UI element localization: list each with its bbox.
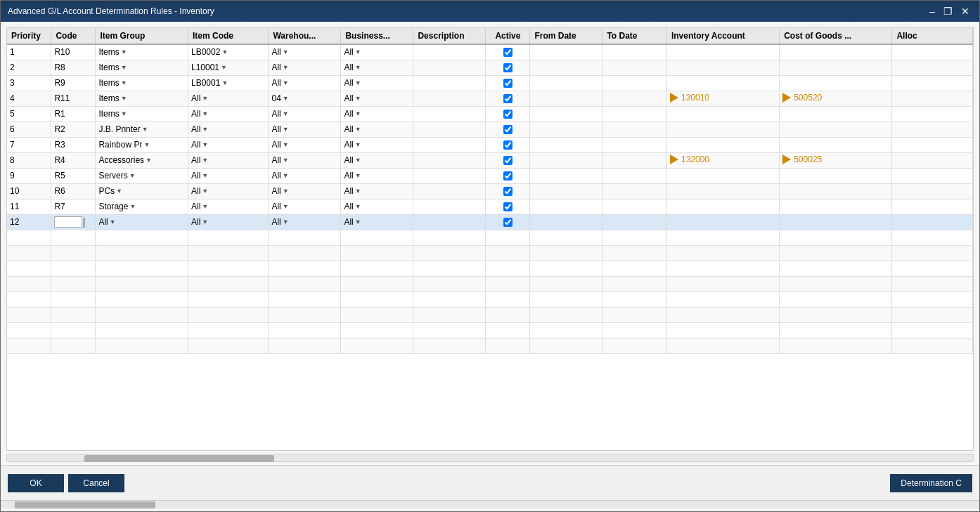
cell-alloc[interactable] (892, 183, 973, 199)
warehouse-dropdown-arrow[interactable]: ▼ (283, 110, 289, 117)
business-dropdown-arrow[interactable]: ▼ (355, 188, 361, 195)
cell-item-code[interactable]: All▼ (188, 137, 269, 152)
cell-inv-account[interactable]: 130010 (666, 91, 779, 106)
table-row[interactable]: 11R7Storage▼All▼All▼All▼ (7, 199, 973, 214)
table-row[interactable]: 9R5Servers▼All▼All▼All▼ (7, 168, 973, 183)
cell-active[interactable] (486, 183, 530, 199)
cell-cog[interactable] (780, 122, 892, 137)
table-row[interactable]: 2R8Items▼L10001▼All▼All▼ (7, 60, 973, 75)
cell-active[interactable] (486, 152, 530, 168)
warehouse-dropdown-arrow[interactable]: ▼ (283, 126, 289, 133)
cell-item-group[interactable]: Items▼ (96, 106, 188, 122)
cell-code[interactable] (51, 214, 96, 230)
cell-active[interactable] (486, 75, 530, 91)
cell-code[interactable]: R1 (51, 106, 96, 122)
item-group-dropdown-arrow[interactable]: ▼ (110, 218, 116, 225)
determination-button[interactable]: Determination C (890, 474, 972, 492)
cell-item-code[interactable]: All▼ (188, 199, 269, 214)
minimize-button[interactable]: – (927, 6, 938, 16)
cell-item-code[interactable]: All▼ (188, 183, 269, 199)
cell-item-code[interactable]: All▼ (188, 214, 269, 230)
table-row[interactable]: 10R6PCs▼All▼All▼All▼ (7, 183, 973, 199)
active-checkbox[interactable] (503, 140, 512, 150)
cell-alloc[interactable] (892, 44, 973, 60)
cell-business[interactable]: All▼ (341, 168, 413, 183)
cell-cog[interactable]: 500520 (780, 91, 892, 106)
cell-item-group[interactable]: Rainbow Pr▼ (96, 137, 188, 152)
item-group-dropdown-arrow[interactable]: ▼ (129, 203, 136, 210)
table-row[interactable]: 7R3Rainbow Pr▼All▼All▼All▼ (7, 137, 973, 152)
cell-from-date[interactable] (530, 106, 602, 122)
cell-from-date[interactable] (530, 214, 602, 230)
cell-from-date[interactable] (530, 199, 602, 214)
cell-item-code[interactable]: All▼ (188, 168, 269, 183)
horizontal-scrollbar[interactable] (6, 454, 974, 462)
cell-from-date[interactable] (530, 152, 602, 168)
cell-from-date[interactable] (530, 75, 602, 91)
business-dropdown-arrow[interactable]: ▼ (355, 157, 361, 164)
business-dropdown-arrow[interactable]: ▼ (355, 203, 361, 210)
cell-item-group[interactable]: All▼ (96, 214, 188, 230)
item-code-dropdown-arrow[interactable]: ▼ (202, 172, 208, 179)
cell-to-date[interactable] (602, 60, 667, 75)
scrollbar-thumb[interactable] (84, 455, 274, 462)
cell-alloc[interactable] (892, 137, 973, 152)
cell-code[interactable]: R9 (51, 75, 96, 91)
cell-active[interactable] (486, 214, 530, 230)
table-row[interactable]: 6R2J.B. Printer▼All▼All▼All▼ (7, 122, 973, 137)
cell-inv-account[interactable] (666, 60, 779, 75)
item-group-dropdown-arrow[interactable]: ▼ (121, 64, 127, 71)
cell-business[interactable]: All▼ (341, 137, 413, 152)
cell-active[interactable] (486, 137, 530, 152)
cell-active[interactable] (486, 106, 530, 122)
bottom-scrollbar[interactable] (1, 500, 979, 508)
cell-active[interactable] (486, 199, 530, 214)
cell-item-group[interactable]: Servers▼ (96, 168, 188, 183)
cell-item-group[interactable]: Items▼ (96, 91, 188, 106)
cell-to-date[interactable] (602, 122, 667, 137)
cell-active[interactable] (486, 91, 530, 106)
business-dropdown-arrow[interactable]: ▼ (355, 172, 361, 179)
item-group-dropdown-arrow[interactable]: ▼ (116, 188, 122, 195)
cell-from-date[interactable] (530, 91, 602, 106)
active-checkbox[interactable] (503, 48, 512, 57)
cell-code[interactable]: R8 (51, 60, 96, 75)
cell-inv-account[interactable] (666, 106, 779, 122)
table-row[interactable]: 5R1Items▼All▼All▼All▼ (7, 106, 973, 122)
cell-item-code[interactable]: LB0002▼ (188, 44, 269, 60)
cell-cog[interactable] (780, 168, 892, 183)
cell-item-code[interactable]: All▼ (188, 122, 269, 137)
cell-warehouse[interactable]: All▼ (269, 137, 341, 152)
cell-to-date[interactable] (602, 152, 667, 168)
cell-code[interactable]: R4 (51, 152, 96, 168)
cell-business[interactable]: All▼ (341, 183, 413, 199)
cell-item-group[interactable]: J.B. Printer▼ (96, 122, 188, 137)
restore-button[interactable]: ❐ (941, 6, 955, 16)
item-group-dropdown-arrow[interactable]: ▼ (142, 126, 148, 133)
cell-to-date[interactable] (602, 183, 667, 199)
cell-warehouse[interactable]: All▼ (269, 75, 341, 91)
active-checkbox[interactable] (503, 79, 512, 88)
cell-inv-account[interactable]: 132000 (666, 152, 779, 168)
cell-active[interactable] (486, 44, 530, 60)
cell-item-code[interactable]: L10001▼ (188, 60, 269, 75)
close-button[interactable]: ✕ (958, 6, 972, 16)
cell-business[interactable]: All▼ (341, 214, 413, 230)
bottom-scrollbar-thumb[interactable] (15, 501, 155, 508)
cell-item-group[interactable]: Items▼ (96, 75, 188, 91)
item-code-dropdown-arrow[interactable]: ▼ (221, 48, 228, 55)
cell-alloc[interactable] (892, 106, 973, 122)
cell-warehouse[interactable]: All▼ (269, 183, 341, 199)
cell-active[interactable] (486, 60, 530, 75)
cell-warehouse[interactable]: All▼ (269, 214, 341, 230)
active-checkbox[interactable] (503, 94, 512, 103)
warehouse-dropdown-arrow[interactable]: ▼ (283, 79, 289, 86)
active-checkbox[interactable] (503, 125, 512, 134)
cell-cog[interactable] (780, 214, 892, 230)
cell-to-date[interactable] (602, 137, 667, 152)
cell-code[interactable]: R6 (51, 183, 96, 199)
business-dropdown-arrow[interactable]: ▼ (355, 95, 361, 102)
cell-item-code[interactable]: LB0001▼ (188, 75, 269, 91)
cell-to-date[interactable] (602, 44, 667, 60)
item-code-dropdown-arrow[interactable]: ▼ (202, 188, 208, 195)
